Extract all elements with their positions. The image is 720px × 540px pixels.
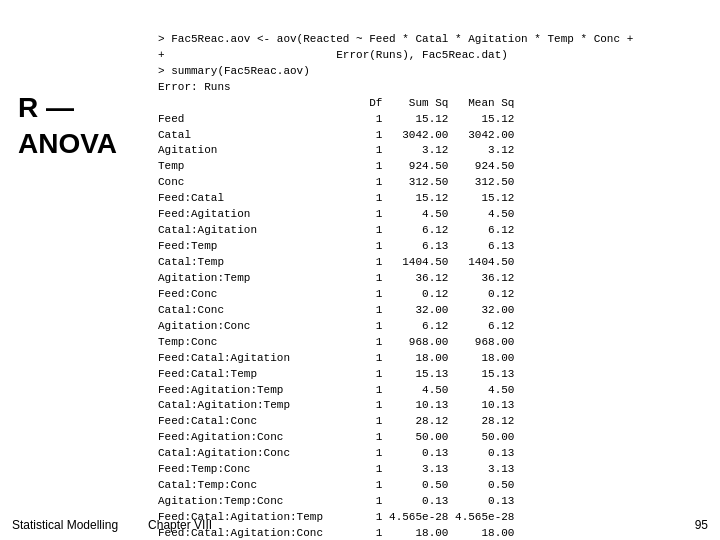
- code-line: Feed:Catal:Temp 1 15.13 15.13: [158, 367, 713, 383]
- code-line: Temp:Conc 1 968.00 968.00: [158, 335, 713, 351]
- code-line: Feed:Agitation:Conc 1 50.00 50.00: [158, 430, 713, 446]
- code-line: Catal:Conc 1 32.00 32.00: [158, 303, 713, 319]
- code-line: Feed:Agitation:Temp 1 4.50 4.50: [158, 383, 713, 399]
- r-label-line2: ANOVA: [18, 126, 117, 162]
- code-line: > summary(Fac5Reac.aov): [158, 64, 713, 80]
- code-line: Agitation:Temp 1 36.12 36.12: [158, 271, 713, 287]
- code-line: Catal:Agitation 1 6.12 6.12: [158, 223, 713, 239]
- code-line: Temp 1 924.50 924.50: [158, 159, 713, 175]
- main-content: R — ANOVA > Fac5Reac.aov <- aov(Reacted …: [0, 0, 720, 540]
- code-line: Feed:Agitation 1 4.50 4.50: [158, 207, 713, 223]
- code-line: Catal:Agitation:Temp 1 10.13 10.13: [158, 398, 713, 414]
- code-line: Feed:Conc 1 0.12 0.12: [158, 287, 713, 303]
- code-area: > Fac5Reac.aov <- aov(Reacted ~ Feed * C…: [158, 0, 713, 540]
- code-line: Agitation:Conc 1 6.12 6.12: [158, 319, 713, 335]
- r-anova-label: R — ANOVA: [18, 90, 117, 163]
- code-line: Catal:Agitation:Conc 1 0.13 0.13: [158, 446, 713, 462]
- code-line: Feed:Catal:Conc 1 28.12 28.12: [158, 414, 713, 430]
- code-line: Feed 1 15.12 15.12: [158, 112, 713, 128]
- code-line: Catal:Temp:Conc 1 0.50 0.50: [158, 478, 713, 494]
- code-line: Catal 1 3042.00 3042.00: [158, 128, 713, 144]
- code-line: Conc 1 312.50 312.50: [158, 175, 713, 191]
- code-line: Feed:Catal 1 15.12 15.12: [158, 191, 713, 207]
- footer-chapter: Chapter VIII: [148, 518, 212, 532]
- code-line: Feed:Temp 1 6.13 6.13: [158, 239, 713, 255]
- code-line: Feed:Catal:Agitation 1 18.00 18.00: [158, 351, 713, 367]
- footer-course: Statistical Modelling: [12, 518, 118, 532]
- code-line: Agitation 1 3.12 3.12: [158, 143, 713, 159]
- footer-page: 95: [695, 518, 708, 532]
- code-line: Agitation:Temp:Conc 1 0.13 0.13: [158, 494, 713, 510]
- r-label-line1: R —: [18, 90, 117, 126]
- code-line: Df Sum Sq Mean Sq: [158, 96, 713, 112]
- code-line: + Error(Runs), Fac5Reac.dat): [158, 48, 713, 64]
- code-line: Error: Runs: [158, 80, 713, 96]
- code-line: Feed:Temp:Conc 1 3.13 3.13: [158, 462, 713, 478]
- footer-left: Statistical Modelling Chapter VIII: [12, 518, 212, 532]
- footer: Statistical Modelling Chapter VIII 95: [0, 518, 720, 532]
- code-line: > Fac5Reac.aov <- aov(Reacted ~ Feed * C…: [158, 32, 713, 48]
- code-line: Catal:Temp 1 1404.50 1404.50: [158, 255, 713, 271]
